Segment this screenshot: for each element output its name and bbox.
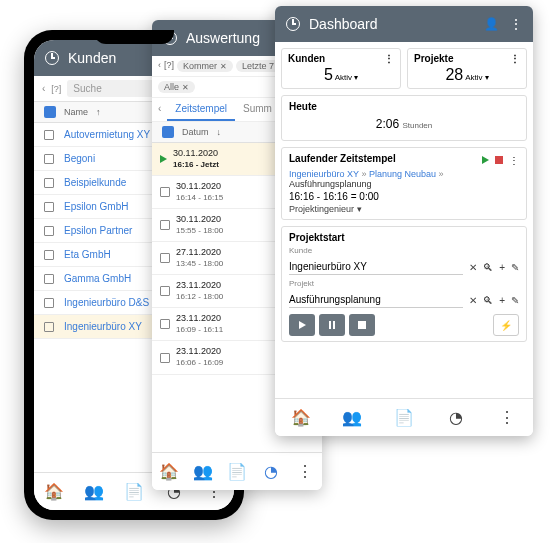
- search-icon[interactable]: 🔍︎: [483, 295, 493, 306]
- checkbox[interactable]: [44, 226, 54, 236]
- col-datum[interactable]: Datum: [182, 127, 209, 137]
- play-button[interactable]: [289, 314, 315, 336]
- clock-icon: [285, 16, 301, 32]
- checkbox[interactable]: [160, 187, 170, 197]
- quick-button[interactable]: ⚡: [493, 314, 519, 336]
- card-value: 5: [324, 66, 333, 83]
- edit-icon[interactable]: ✎: [511, 295, 519, 306]
- clock-nav-icon[interactable]: ◔: [262, 463, 280, 481]
- chip-kommer[interactable]: Kommer✕: [177, 60, 233, 72]
- card-more-icon[interactable]: ⋮: [384, 53, 394, 64]
- kunde-name[interactable]: Begoni: [64, 153, 95, 164]
- grid-icon[interactable]: [162, 126, 174, 138]
- tab-summe[interactable]: Summ: [235, 98, 280, 121]
- more-nav-icon[interactable]: ⋮: [296, 463, 314, 481]
- bottom-nav: 🏠 👥 📄 ◔ ⋮: [275, 398, 533, 436]
- kunde-name[interactable]: Beispielkunde: [64, 177, 126, 188]
- checkbox[interactable]: [44, 322, 54, 332]
- filter-icon[interactable]: [?]: [164, 60, 174, 72]
- checkbox[interactable]: [44, 202, 54, 212]
- more-icon[interactable]: ⋮: [509, 155, 519, 166]
- user-icon[interactable]: 👤: [484, 17, 499, 31]
- back-icon[interactable]: ‹: [152, 98, 167, 121]
- sort-icon[interactable]: ↓: [217, 127, 222, 137]
- document-icon[interactable]: 📄: [228, 463, 246, 481]
- checkbox[interactable]: [44, 298, 54, 308]
- bottom-nav: 🏠 👥 📄 ◔ ⋮: [152, 452, 322, 490]
- document-icon[interactable]: 📄: [125, 483, 143, 501]
- heute-label: Heute: [289, 101, 519, 112]
- kunde-input[interactable]: Ingenieurbüro XY: [289, 259, 463, 275]
- clock-nav-icon[interactable]: ◔: [447, 409, 465, 427]
- back-icon[interactable]: ‹: [42, 83, 45, 94]
- add-icon[interactable]: +: [499, 295, 505, 306]
- play-icon[interactable]: [482, 156, 489, 164]
- card-title: Kunden: [288, 53, 325, 64]
- caret-icon[interactable]: ▾: [354, 73, 358, 82]
- col-name[interactable]: Name: [64, 107, 88, 117]
- section-projektstart: Projektstart Kunde Ingenieurbüro XY ✕ 🔍︎…: [281, 226, 527, 342]
- document-icon[interactable]: 📄: [395, 409, 413, 427]
- checkbox[interactable]: [160, 253, 170, 263]
- tab-zeitstempel[interactable]: Zeitstempel: [167, 98, 235, 121]
- clear-icon[interactable]: ✕: [469, 262, 477, 273]
- checkbox[interactable]: [44, 250, 54, 260]
- kunde-name[interactable]: Ingenieurbüro XY: [64, 321, 142, 332]
- kunde-name[interactable]: Epsilon Partner: [64, 225, 132, 236]
- appbar-title: Dashboard: [309, 16, 476, 32]
- heute-suffix: Stunden: [402, 121, 432, 130]
- back-icon[interactable]: ‹: [158, 60, 161, 72]
- home-icon[interactable]: 🏠: [160, 463, 178, 481]
- checkbox[interactable]: [44, 178, 54, 188]
- card-suffix: Aktiv: [465, 73, 482, 82]
- stop-button[interactable]: [349, 314, 375, 336]
- stop-icon[interactable]: [495, 156, 503, 164]
- kunde-name[interactable]: Eta GmbH: [64, 249, 111, 260]
- chip-alle[interactable]: Alle✕: [158, 81, 195, 93]
- filter-icon[interactable]: [?]: [51, 84, 61, 94]
- more-icon[interactable]: ⋮: [507, 16, 523, 32]
- pause-button[interactable]: [319, 314, 345, 336]
- checkbox[interactable]: [160, 220, 170, 230]
- kunde-name[interactable]: Autovermietung XY: [64, 129, 150, 140]
- card-projekte[interactable]: Projekte⋮ 28Aktiv▾: [407, 48, 527, 89]
- kunde-name[interactable]: Gamma GmbH: [64, 273, 131, 284]
- more-nav-icon[interactable]: ⋮: [498, 409, 516, 427]
- dashboard-content: Kunden⋮ 5Aktiv▾ Projekte⋮ 28Aktiv▾ Heute…: [275, 42, 533, 398]
- people-icon[interactable]: 👥: [194, 463, 212, 481]
- grid-icon[interactable]: [44, 106, 56, 118]
- home-icon[interactable]: 🏠: [45, 483, 63, 501]
- add-icon[interactable]: +: [499, 262, 505, 273]
- search-icon[interactable]: 🔍︎: [483, 262, 493, 273]
- breadcrumb[interactable]: Ingenieurbüro XY » Planung Neubau » Ausf…: [289, 169, 519, 189]
- chip-close-icon: ✕: [220, 62, 227, 71]
- kunde-name[interactable]: Epsilon GmbH: [64, 201, 128, 212]
- checkbox[interactable]: [160, 286, 170, 296]
- card-kunden[interactable]: Kunden⋮ 5Aktiv▾: [281, 48, 401, 89]
- clock-icon: [44, 50, 60, 66]
- people-icon[interactable]: 👥: [343, 409, 361, 427]
- caret-icon[interactable]: ▾: [485, 73, 489, 82]
- card-title: Projekte: [414, 53, 453, 64]
- kunde-name[interactable]: Ingenieurbüro D&S: [64, 297, 149, 308]
- clear-icon[interactable]: ✕: [469, 295, 477, 306]
- play-icon: [160, 155, 167, 163]
- people-icon[interactable]: 👥: [85, 483, 103, 501]
- home-icon[interactable]: 🏠: [292, 409, 310, 427]
- checkbox[interactable]: [160, 353, 170, 363]
- appbar-dashboard: Dashboard 👤 ⋮: [275, 6, 533, 42]
- section-running-ts: Laufender Zeitstempel ⋮ Ingenieurbüro XY…: [281, 147, 527, 220]
- projekt-input[interactable]: Ausführungsplanung: [289, 292, 463, 308]
- edit-icon[interactable]: ✎: [511, 262, 519, 273]
- sort-icon[interactable]: ↑: [96, 107, 101, 117]
- card-more-icon[interactable]: ⋮: [510, 53, 520, 64]
- checkbox[interactable]: [44, 274, 54, 284]
- checkbox[interactable]: [44, 154, 54, 164]
- projekt-label: Projekt: [289, 279, 519, 288]
- checkbox[interactable]: [160, 319, 170, 329]
- running-time: 16:16 - 16:16 = 0:00: [289, 191, 519, 202]
- projektstart-label: Projektstart: [289, 232, 519, 243]
- role-select[interactable]: Projektingenieur ▾: [289, 204, 519, 214]
- checkbox[interactable]: [44, 130, 54, 140]
- panel-dashboard: Dashboard 👤 ⋮ Kunden⋮ 5Aktiv▾ Projekte⋮ …: [275, 6, 533, 436]
